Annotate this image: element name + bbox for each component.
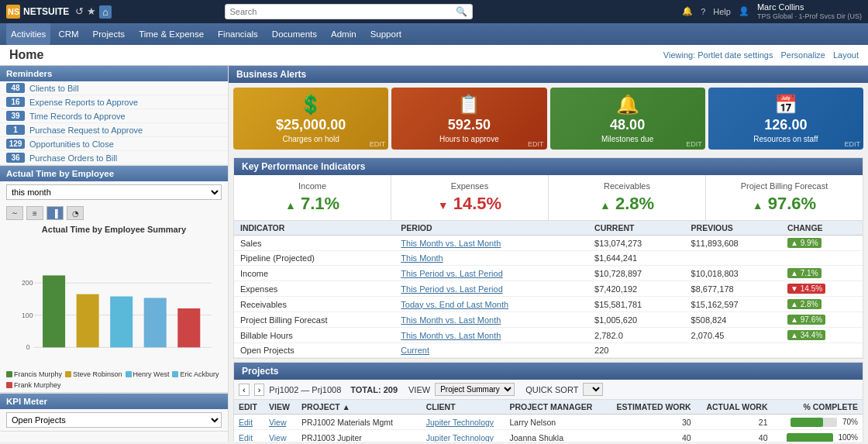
reminder-label[interactable]: Expense Reports to Approve: [29, 98, 138, 107]
reminders-header: Reminders: [0, 66, 228, 81]
nav-crm[interactable]: CRM: [52, 23, 84, 45]
business-alerts-section: Business Alerts 💲 $25,000.00 Charges on …: [229, 66, 868, 154]
personalize-link[interactable]: Personalize: [780, 50, 825, 60]
kpi-table-header: CHANGE: [781, 221, 863, 236]
legend-label: Henry West: [133, 370, 170, 378]
kpi-table-header: CURRENT: [588, 221, 685, 236]
search-input[interactable]: [230, 7, 456, 16]
portlet-date-settings-link[interactable]: Viewing: Portlet date settings: [663, 50, 773, 60]
kpi-previous: [685, 251, 782, 266]
kpi-previous: $15,162,597: [685, 297, 782, 312]
top-navigation: NS NETSUITE ↺ ★ ⌂ 🔍 🔔 ? Help 👤 Marc Coll…: [0, 0, 868, 23]
alert-value: $25,000.00: [239, 117, 382, 133]
reminder-label[interactable]: Purchase Request to Approve: [29, 126, 143, 135]
bell-icon[interactable]: 🔔: [682, 6, 693, 16]
reminder-label[interactable]: Purchase Orders to Bill: [29, 153, 117, 163]
project-client-link[interactable]: Jupiter Technology: [426, 418, 494, 427]
kpi-value: ▼ 14.5%: [398, 194, 542, 214]
period-link[interactable]: This Period vs. Last Period: [401, 269, 502, 278]
kpi-meter-dropdown-container: Open Projects: [6, 412, 222, 428]
period-link[interactable]: This Month vs. Last Month: [401, 331, 501, 340]
period-link[interactable]: This Month vs. Last Month: [401, 315, 501, 325]
project-client-link[interactable]: Jupiter Technology: [426, 433, 494, 442]
project-view-link[interactable]: View: [269, 418, 287, 427]
kpi-change: [781, 251, 863, 266]
progress-fill: [787, 433, 833, 442]
nav-documents[interactable]: Documents: [266, 23, 323, 45]
project-name: PRJ1003 Jupiter: [297, 430, 422, 442]
alert-card: 🔔 48.00 Milestones due EDIT: [550, 88, 705, 150]
kpi-indicator: Project Billing Forecast: [234, 312, 394, 328]
page-title: Home: [9, 48, 43, 62]
kpi-current: 220: [588, 343, 685, 358]
bar-chart-icon[interactable]: ▐: [46, 206, 64, 220]
page-header-right: Viewing: Portlet date settings Personali…: [663, 50, 859, 60]
projects-view-select[interactable]: Project Summary: [435, 383, 515, 396]
nav-support[interactable]: Support: [364, 23, 408, 45]
nav-projects[interactable]: Projects: [87, 23, 132, 45]
project-edit-link[interactable]: Edit: [239, 418, 253, 427]
period-link[interactable]: This Period vs. Last Period: [401, 284, 502, 294]
user-subtitle: TPS Global · 1-Prof Svcs Dir (US): [757, 12, 862, 21]
line-chart-icon[interactable]: ～: [6, 206, 23, 220]
reminder-label[interactable]: Opportunities to Close: [29, 139, 114, 149]
user-icon[interactable]: 👤: [739, 6, 749, 16]
period-link[interactable]: This Month: [401, 253, 443, 263]
history-icon[interactable]: ↺: [75, 5, 84, 19]
kpi-indicator: Billable Hours: [234, 328, 394, 343]
time-dropdown[interactable]: this month last month this quarter: [6, 184, 222, 200]
pct-text: 70%: [842, 418, 858, 426]
search-bar[interactable]: 🔍: [225, 4, 473, 19]
alert-card: 📅 126.00 Resources on staff EDIT: [708, 88, 863, 150]
project-pct-complete: 70%: [773, 415, 863, 430]
reminder-item: 48Clients to Bill: [0, 81, 228, 95]
nav-activities[interactable]: Activities: [6, 23, 50, 45]
kpi-big-item: Income ▲ 7.1%: [234, 175, 391, 220]
projects-prev-btn[interactable]: ‹: [239, 384, 250, 396]
legend-label: Francis Murphy: [14, 370, 62, 378]
kpi-period: Today vs. End of Last Month: [394, 297, 588, 312]
bar-line-chart-icon[interactable]: ≡: [26, 206, 43, 220]
kpi-table-row: Expenses This Period vs. Last Period $7,…: [234, 281, 863, 297]
nav-admin[interactable]: Admin: [325, 23, 363, 45]
alert-icon: 💲: [239, 94, 382, 115]
project-table-row: Edit View PRJ1003 Jupiter Jupiter Techno…: [234, 430, 863, 442]
kpi-meter-dropdown[interactable]: Open Projects: [6, 412, 222, 428]
kpi-big-item: Receivables ▲ 2.8%: [549, 175, 706, 220]
kpi-table-row: Sales This Month vs. Last Month $13,074,…: [234, 236, 863, 251]
reminder-label[interactable]: Time Records to Approve: [29, 112, 126, 121]
kpi-previous: 2,070.45: [685, 328, 782, 343]
alert-edit-link[interactable]: EDIT: [370, 140, 386, 148]
nav-financials[interactable]: Financials: [212, 23, 264, 45]
period-link[interactable]: Today vs. End of Last Month: [401, 300, 508, 309]
alert-edit-link[interactable]: EDIT: [844, 140, 860, 148]
layout-link[interactable]: Layout: [833, 50, 859, 60]
projects-quicksort-select[interactable]: [583, 383, 603, 396]
alert-card: 📋 592.50 Hours to approve EDIT: [391, 88, 546, 150]
reminder-label[interactable]: Clients to Bill: [29, 84, 79, 93]
kpi-current: $10,728,897: [588, 266, 685, 281]
project-edit-link[interactable]: Edit: [239, 433, 253, 442]
legend-item: Steve Robinson: [65, 370, 122, 378]
period-link[interactable]: Current: [401, 346, 429, 355]
progress-bar: [787, 433, 833, 442]
star-icon[interactable]: ★: [87, 5, 96, 19]
kpi-current: $7,420,192: [588, 281, 685, 297]
kpi-section-header: Key Performance Indicators: [234, 158, 863, 175]
project-table-header: CLIENT: [422, 400, 505, 415]
help-icon[interactable]: ?: [701, 7, 705, 16]
kpi-period: This Month: [394, 251, 588, 266]
kpi-period: Current: [394, 343, 588, 358]
nav-time-expense[interactable]: Time & Expense: [133, 23, 210, 45]
pie-chart-icon[interactable]: ◔: [67, 206, 84, 220]
projects-next-btn[interactable]: ›: [254, 384, 265, 396]
alert-edit-link[interactable]: EDIT: [528, 140, 544, 148]
kpi-period: This Month vs. Last Month: [394, 236, 588, 251]
kpi-current: $15,581,781: [588, 297, 685, 312]
alert-edit-link[interactable]: EDIT: [686, 140, 702, 148]
change-badge: ▲ 34.4%: [787, 330, 825, 340]
kpi-big-item: Project Billing Forecast ▲ 97.6%: [706, 175, 863, 220]
home-icon[interactable]: ⌂: [99, 5, 112, 19]
project-view-link[interactable]: View: [269, 433, 287, 442]
period-link[interactable]: This Month vs. Last Month: [401, 239, 501, 248]
